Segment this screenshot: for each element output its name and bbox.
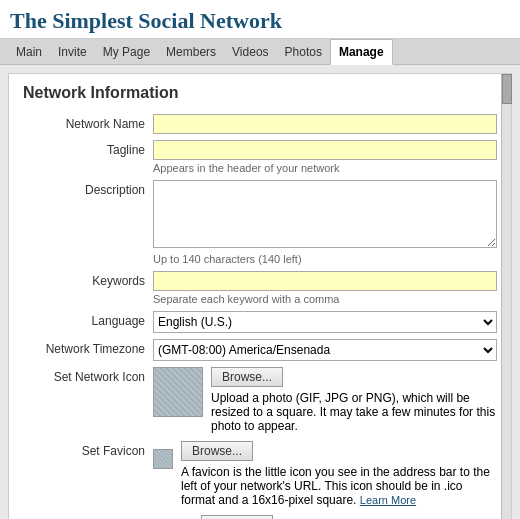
- keywords-hint: Separate each keyword with a comma: [153, 293, 497, 305]
- nav-videos[interactable]: Videos: [224, 40, 276, 64]
- site-title: The Simplest Social Network: [10, 8, 510, 34]
- scrollbar[interactable]: [501, 74, 511, 519]
- description-label: Description: [23, 180, 153, 197]
- keywords-row: Keywords Separate each keyword with a co…: [23, 271, 497, 305]
- favicon-label: Set Favicon: [23, 441, 153, 458]
- default-profile-browse-button[interactable]: Browse...: [201, 515, 273, 519]
- default-profile-row: Set Default Profile Photo Browse... Appe…: [23, 515, 497, 519]
- nav-main[interactable]: Main: [8, 40, 50, 64]
- keywords-label: Keywords: [23, 271, 153, 288]
- language-select[interactable]: English (U.S.) French Spanish German: [153, 311, 497, 333]
- nav-manage[interactable]: Manage: [330, 39, 393, 65]
- network-name-input[interactable]: [153, 114, 497, 134]
- description-hint: Up to 140 characters (140 left): [153, 253, 497, 265]
- network-name-label: Network Name: [23, 114, 153, 131]
- tagline-input[interactable]: [153, 140, 497, 160]
- tagline-label: Tagline: [23, 140, 153, 157]
- favicon-row: Set Favicon Browse... A favicon is the l…: [23, 441, 497, 507]
- default-profile-upload: Browse... Appears for members of your ne…: [193, 515, 497, 519]
- timezone-row: Network Timezone (GMT-08:00) America/Ens…: [23, 339, 497, 361]
- network-icon-preview: [153, 367, 203, 417]
- nav: Main Invite My Page Members Videos Photo…: [0, 39, 520, 65]
- network-icon-label: Set Network Icon: [23, 367, 153, 384]
- tagline-control: Appears in the header of your network: [153, 140, 497, 174]
- keywords-input[interactable]: [153, 271, 497, 291]
- timezone-control: (GMT-08:00) America/Ensenada (GMT-08:00)…: [153, 339, 497, 361]
- tagline-hint: Appears in the header of your network: [153, 162, 497, 174]
- nav-photos[interactable]: Photos: [277, 40, 330, 64]
- network-name-row: Network Name: [23, 114, 497, 134]
- nav-invite[interactable]: Invite: [50, 40, 95, 64]
- tagline-row: Tagline Appears in the header of your ne…: [23, 140, 497, 174]
- description-row: Description Up to 140 characters (140 le…: [23, 180, 497, 265]
- language-control: English (U.S.) French Spanish German: [153, 311, 497, 333]
- favicon-browse-button[interactable]: Browse...: [181, 441, 253, 461]
- header: The Simplest Social Network: [0, 0, 520, 39]
- network-icon-row: Set Network Icon Browse... Upload a phot…: [23, 367, 497, 433]
- description-textarea[interactable]: [153, 180, 497, 248]
- network-icon-upload: Browse... Upload a photo (GIF, JPG or PN…: [203, 367, 497, 433]
- favicon-hint: A favicon is the little icon you see in …: [181, 465, 497, 507]
- timezone-label: Network Timezone: [23, 339, 153, 356]
- scrollbar-thumb[interactable]: [502, 74, 512, 104]
- nav-members[interactable]: Members: [158, 40, 224, 64]
- network-icon-browse-button[interactable]: Browse...: [211, 367, 283, 387]
- keywords-control: Separate each keyword with a comma: [153, 271, 497, 305]
- main-content: Network Information Network Name Tagline…: [8, 73, 512, 519]
- nav-mypage[interactable]: My Page: [95, 40, 158, 64]
- favicon-learn-more-link[interactable]: Learn More: [360, 494, 416, 506]
- network-icon-hint: Upload a photo (GIF, JPG or PNG), which …: [211, 391, 497, 433]
- network-name-control: [153, 114, 497, 134]
- default-profile-label: Set Default Profile Photo: [23, 515, 153, 519]
- favicon-upload: Browse... A favicon is the little icon y…: [173, 441, 497, 507]
- language-label: Language: [23, 311, 153, 328]
- page-title: Network Information: [23, 84, 497, 102]
- favicon-preview: [153, 449, 173, 469]
- favicon-hint-text: A favicon is the little icon you see in …: [181, 465, 490, 507]
- timezone-select[interactable]: (GMT-08:00) America/Ensenada (GMT-08:00)…: [153, 339, 497, 361]
- description-control: Up to 140 characters (140 left): [153, 180, 497, 265]
- language-row: Language English (U.S.) French Spanish G…: [23, 311, 497, 333]
